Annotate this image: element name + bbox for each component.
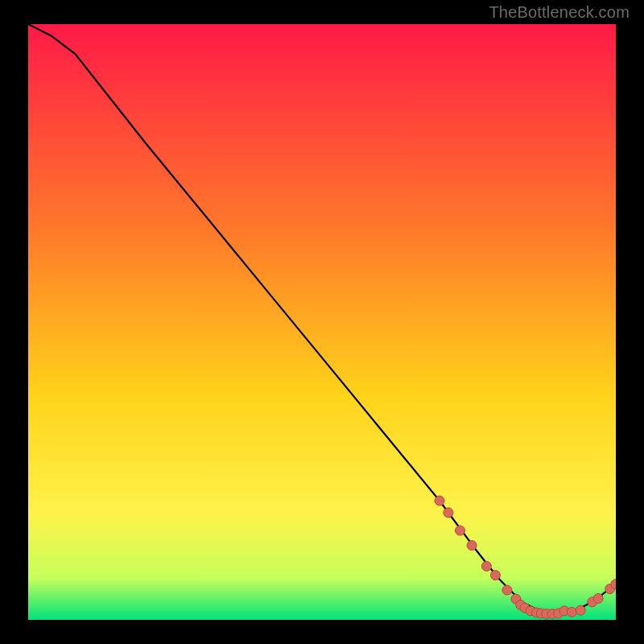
curve-marker <box>567 607 576 617</box>
plot-area <box>28 24 616 620</box>
gradient-background <box>28 24 616 620</box>
plot-svg <box>28 24 616 620</box>
chart-stage: TheBottleneck.com <box>0 0 644 644</box>
curve-marker <box>502 585 512 595</box>
curve-marker <box>435 496 444 506</box>
curve-marker <box>456 526 465 535</box>
watermark-text: TheBottleneck.com <box>489 3 630 22</box>
curve-marker <box>593 593 603 603</box>
curve-marker <box>467 541 477 551</box>
curve-marker <box>481 561 491 571</box>
curve-marker <box>576 605 585 615</box>
curve-marker <box>444 508 453 518</box>
curve-marker <box>490 571 500 580</box>
